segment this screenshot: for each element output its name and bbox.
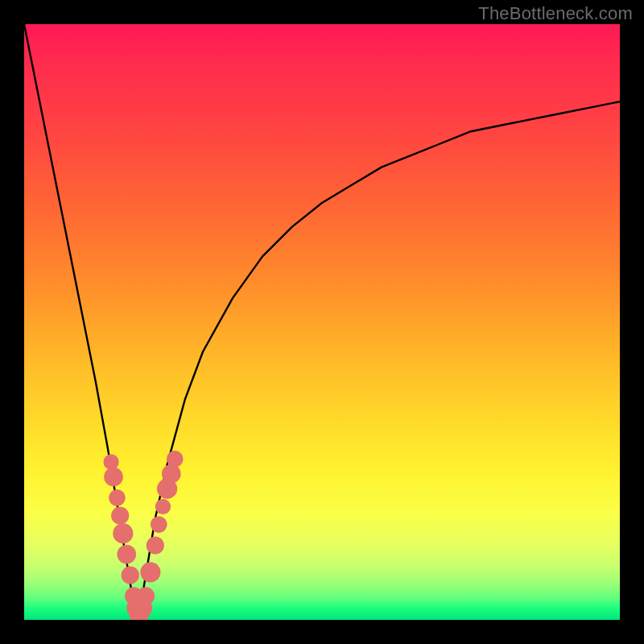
watermark-label: TheBottleneck.com — [478, 3, 633, 24]
chart-container: TheBottleneck.com — [0, 0, 644, 644]
right-branch-marker — [151, 516, 167, 533]
left-branch-marker — [122, 566, 139, 584]
right-branch-marker — [147, 536, 164, 554]
right-branch-marker — [140, 562, 160, 582]
marker-group — [103, 451, 183, 620]
left-branch-marker — [117, 545, 136, 564]
left-branch-marker — [111, 506, 129, 524]
bottom-marker — [137, 587, 155, 605]
left-branch-marker — [104, 468, 123, 487]
right-branch-marker — [162, 464, 181, 484]
left-branch-marker — [109, 489, 126, 506]
plot-area — [24, 24, 620, 620]
left-branch-marker — [103, 454, 118, 469]
right-branch-marker — [155, 499, 171, 514]
right-branch-marker — [167, 451, 184, 468]
curve-layer — [24, 24, 620, 620]
left-branch-marker — [113, 523, 133, 543]
